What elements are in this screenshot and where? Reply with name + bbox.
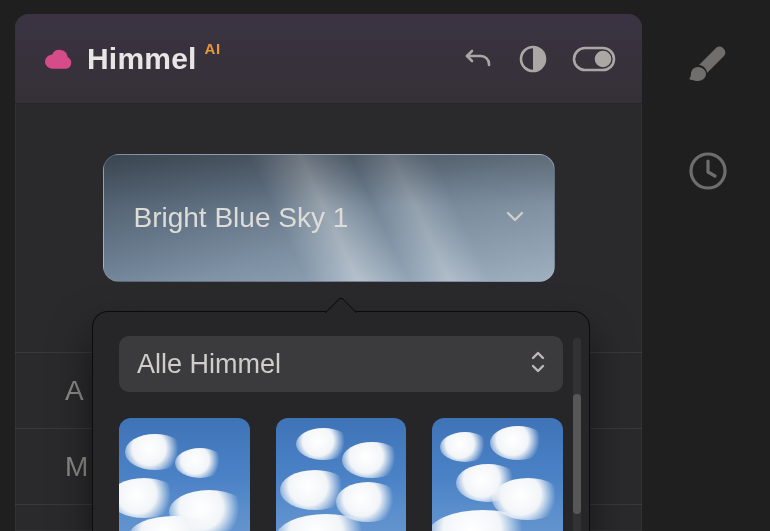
section-row-initial: M <box>65 451 88 483</box>
section-row-initial: A <box>65 375 84 407</box>
popover-scrollbar[interactable] <box>573 338 581 531</box>
sky-category-label: Alle Himmel <box>137 349 281 380</box>
sky-category-select[interactable]: Alle Himmel <box>119 336 563 392</box>
scrollbar-thumb[interactable] <box>573 394 581 514</box>
cloud-icon <box>45 49 73 69</box>
sky-thumbnail[interactable] <box>432 418 563 531</box>
header-actions <box>462 43 616 75</box>
chevron-down-icon <box>504 205 526 231</box>
ai-badge: AI <box>205 40 221 57</box>
svg-point-2 <box>596 52 610 66</box>
panel-header: Himmel AI <box>15 14 642 104</box>
history-button[interactable] <box>685 148 731 198</box>
select-updown-icon <box>529 349 547 379</box>
sky-panel: Himmel AI <box>15 14 642 531</box>
panel-title: Himmel <box>87 42 197 76</box>
undo-button[interactable] <box>462 43 494 75</box>
sky-thumbnail[interactable] <box>276 418 407 531</box>
mask-button[interactable] <box>518 44 548 74</box>
sky-picker-popover: Alle Himmel <box>92 311 590 531</box>
sky-preset-selector[interactable]: Bright Blue Sky 1 <box>103 154 555 282</box>
side-toolbar <box>658 14 758 531</box>
sky-thumbnail-row <box>119 418 563 531</box>
sky-thumbnail[interactable] <box>119 418 250 531</box>
sky-preset-label: Bright Blue Sky 1 <box>134 202 349 234</box>
panel-body: Bright Blue Sky 1 <box>15 104 642 282</box>
brush-tool-button[interactable] <box>685 42 731 92</box>
enable-toggle[interactable] <box>572 46 616 72</box>
